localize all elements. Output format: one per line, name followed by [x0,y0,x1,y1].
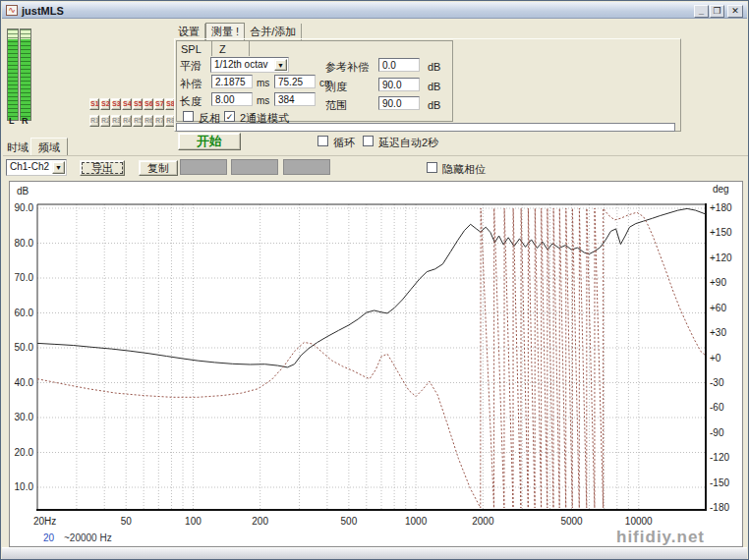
window-title: justMLS [22,5,64,17]
channel-select-value: Ch1-Ch2 [10,161,49,172]
close-button[interactable]: ✕ [727,5,743,18]
comp-label: 补偿 [180,78,202,89]
channel-select[interactable]: Ch1-Ch2 ▼ [6,159,67,176]
range-input[interactable]: 90.0 [378,96,420,110]
preset-button-s1[interactable]: S1 [89,98,99,110]
y-right-tick: -30 [710,377,743,388]
ref-comp-label: 参考补偿 [325,61,369,73]
app-icon: ∿ [6,5,18,16]
preset-button-s5[interactable]: S5 [133,98,143,110]
preset-button-r4[interactable]: R4 [122,115,132,127]
y-left-tick: 20.0 [1,447,33,458]
range-label: 范围 [325,99,347,111]
level-meter-left [7,28,19,121]
x-tick: 100 [173,516,212,527]
ref-comp-input[interactable]: 0.0 [378,58,420,72]
y-left-tick: 90.0 [1,202,33,213]
y-left-axis-title: dB [17,186,29,196]
y-right-axis-title: deg [713,184,729,195]
tab-underline [3,155,748,156]
smooth-value: 1/12th octav [214,59,267,70]
x-tick: 5000 [552,516,592,527]
level-meter-right [20,28,31,121]
range-unit: dB [428,99,440,111]
y-left-tick: 30.0 [1,412,33,422]
two-channel-checkbox[interactable]: ✓ [224,111,235,122]
preset-button-r3[interactable]: R3 [111,115,121,127]
scale-input[interactable]: 90.0 [378,78,420,91]
start-button[interactable]: 开始 [178,133,241,150]
comp-ms-unit: ms [257,78,269,89]
preset-button-r2[interactable]: R2 [100,115,110,127]
tab-time-domain[interactable]: 时域 [7,141,29,153]
y-right-tick: -180 [710,502,743,513]
comp-cm-input[interactable]: 75.25 [274,75,316,88]
meter-label-left: L [9,115,15,127]
subtab-divider2 [249,41,250,56]
watermark: hifidiy.net [616,528,705,547]
copy-button[interactable]: 复制 [139,160,178,176]
x-tick: 500 [329,516,369,527]
y-right-tick: -90 [710,427,743,438]
length-ms-input[interactable]: 8.00 [211,92,253,106]
preset-button-r5[interactable]: R5 [133,115,143,127]
comp-ms-input[interactable]: 2.1875 [211,75,253,88]
y-right-tick: +90 [710,277,743,288]
hide-phase-checkbox[interactable] [427,162,437,173]
restore-button[interactable]: ❐ [710,5,724,18]
y-left-tick: 70.0 [1,272,33,283]
status-range-start: 20 [43,532,54,543]
y-right-tick: +0 [710,353,743,364]
delay-start-label: 延迟自动2秒 [378,137,438,148]
scale-label: 刻度 [325,81,347,92]
y-right-tick: +120 [710,252,743,263]
preset-button-s7[interactable]: S7 [154,98,164,110]
y-right-tick: -150 [710,477,743,488]
loop-checkbox[interactable] [317,136,328,146]
y-left-tick: 10.0 [1,481,33,492]
minimize-button[interactable]: _ [694,5,709,18]
y-right-tick: -120 [710,452,743,463]
x-tick: 50 [106,516,145,527]
chart-panel [9,181,743,547]
y-left-tick: 60.0 [1,308,33,318]
legend-slot-3 [283,159,330,175]
preset-button-r7[interactable]: R7 [154,115,164,127]
smooth-dropdown[interactable]: 1/12th octav ▼ [210,57,289,73]
legend-slot-1 [180,159,227,175]
length-label: 长度 [180,95,202,107]
scale-unit: dB [428,81,440,92]
subtab-z[interactable]: Z [219,43,226,55]
chevron-down-icon[interactable]: ▼ [274,59,287,71]
status-bar [2,547,747,560]
y-right-tick: -60 [710,402,743,413]
chevron-down-icon[interactable]: ▼ [52,161,65,174]
x-tick: 2000 [463,516,502,527]
y-right-tick: +60 [710,303,743,313]
subtab-divider [211,41,212,56]
preset-button-r6[interactable]: R6 [144,115,153,127]
preset-button-r1[interactable]: R1 [89,115,99,127]
delay-start-checkbox[interactable] [363,136,374,146]
tab-frequency-domain-label: 频域 [38,141,67,153]
preset-button-s3[interactable]: S3 [111,98,121,110]
preset-button-s4[interactable]: S4 [122,98,132,110]
y-right-tick: +30 [710,327,743,338]
y-left-tick: 50.0 [1,342,33,353]
title-bar: ∿ justMLS _ ❐ ✕ [2,2,747,19]
app-window: ∿ justMLS _ ❐ ✕ L R S1S2S3S4S5S6S7S8 R1R… [0,0,749,560]
x-tick: 200 [241,516,280,527]
invert-checkbox[interactable] [183,111,194,122]
length-unit: ms [257,95,269,107]
export-button[interactable]: 导出 [80,160,125,176]
subtab-spl[interactable]: SPL [181,43,202,55]
hide-phase-label: 隐藏相位 [442,163,486,175]
preset-button-s2[interactable]: S2 [100,98,110,110]
length-samples-input[interactable]: 384 [274,92,316,106]
smooth-label: 平滑 [180,60,202,72]
y-right-tick: +150 [710,227,743,238]
preset-button-s6[interactable]: S6 [144,98,153,110]
x-tick: 20Hz [33,516,56,527]
tab-frequency-domain[interactable]: 频域 [30,138,68,155]
ref-comp-unit: dB [428,61,440,73]
